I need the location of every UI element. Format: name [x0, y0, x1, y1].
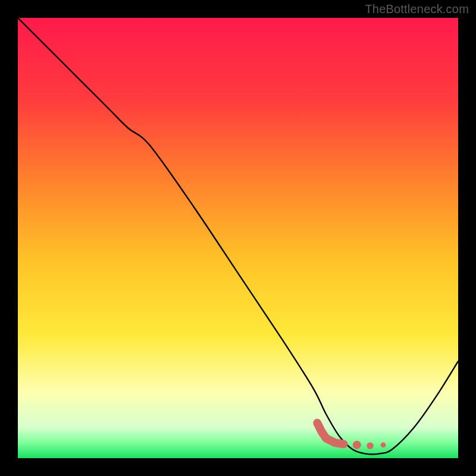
curve-layer	[18, 18, 458, 458]
watermark-text: TheBottleneck.com	[365, 2, 469, 16]
bottleneck-curve	[18, 18, 458, 455]
optimal-region-markers	[317, 423, 386, 449]
chart-frame	[18, 18, 458, 458]
svg-point-3	[381, 442, 386, 447]
plot-area	[18, 18, 458, 458]
svg-point-1	[353, 441, 361, 449]
svg-point-2	[367, 443, 373, 449]
